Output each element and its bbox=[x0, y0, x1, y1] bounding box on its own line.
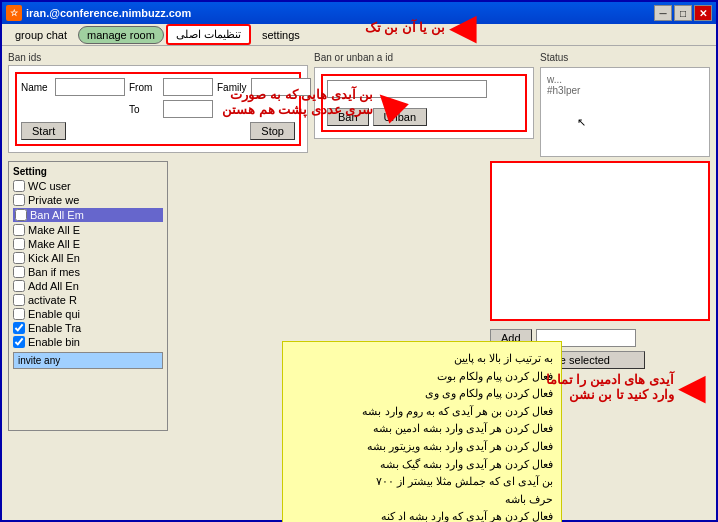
checkbox-private-we: Private we bbox=[13, 194, 163, 206]
status-value-2: #h3lper bbox=[547, 85, 703, 96]
checkbox-make-all-2-input[interactable] bbox=[13, 238, 25, 250]
sticky-line-4: فعال کردن هر آیدی وارد بشه ادمین بشه bbox=[291, 420, 553, 438]
annotation-ban-tik-text: بن یا آن بن تک bbox=[365, 20, 445, 35]
admin-list-box bbox=[490, 161, 710, 321]
name-label: Name bbox=[21, 82, 51, 93]
sticky-line-7: بن آیدی ای که جملش مثلا بیشتر از ۷۰۰ bbox=[291, 473, 553, 491]
checkbox-enable-qui-input[interactable] bbox=[13, 308, 25, 320]
from-label: From bbox=[129, 82, 159, 93]
checkbox-enable-bin-input[interactable] bbox=[13, 336, 25, 348]
checkbox-ban-if-mes-input[interactable] bbox=[13, 266, 25, 278]
checkbox-kick-all: Kick All En bbox=[13, 252, 163, 264]
checkbox-wc-user: WC user bbox=[13, 180, 163, 192]
checkbox-enable-qui-label: Enable qui bbox=[28, 308, 80, 320]
tab-group-chat[interactable]: group chat bbox=[6, 26, 76, 44]
checkbox-ban-if-mes: Ban if mes bbox=[13, 266, 163, 278]
start-stop-row: Start Stop bbox=[21, 122, 295, 140]
menubar: group chat manage room تنظیمات اصلی sett… bbox=[2, 24, 716, 46]
checkbox-enable-tra: Enable Tra bbox=[13, 322, 163, 334]
status-title: Status bbox=[540, 52, 710, 63]
status-col: Status w... #h3lper ↖ bbox=[540, 52, 710, 157]
cursor-icon: ↖ bbox=[577, 116, 587, 130]
main-window: ☆ iran.@conference.nimbuzz.com ─ □ ✕ gro… bbox=[0, 0, 718, 522]
checkbox-add-all-input[interactable] bbox=[13, 280, 25, 292]
sticky-line-5: فعال کردن هر آیدی وارد بشه ویزیتور بشه bbox=[291, 438, 553, 456]
name-input[interactable] bbox=[55, 78, 125, 96]
sticky-line-0: به ترتیب از بالا به پایین bbox=[291, 350, 553, 368]
checkbox-enable-qui: Enable qui bbox=[13, 308, 163, 320]
checkbox-private-we-label: Private we bbox=[28, 194, 79, 206]
checkbox-enable-tra-input[interactable] bbox=[13, 322, 25, 334]
checkbox-enable-tra-label: Enable Tra bbox=[28, 322, 81, 334]
titlebar: ☆ iran.@conference.nimbuzz.com ─ □ ✕ bbox=[2, 2, 716, 24]
checkbox-kick-all-input[interactable] bbox=[13, 252, 25, 264]
checkbox-enable-bin-label: Enable bin bbox=[28, 336, 80, 348]
start-button[interactable]: Start bbox=[21, 122, 66, 140]
titlebar-title: ☆ iran.@conference.nimbuzz.com bbox=[6, 5, 191, 21]
sticky-area: بن یا آن بن تک ◀ بن آیدی هایی که به صورت… bbox=[172, 161, 467, 431]
status-box: w... #h3lper ↖ bbox=[540, 67, 710, 157]
close-button[interactable]: ✕ bbox=[694, 5, 712, 21]
annotation-ban-tik: بن یا آن بن تک ◀ bbox=[365, 6, 477, 48]
checkbox-activate-r-input[interactable] bbox=[13, 294, 25, 306]
minimize-button[interactable]: ─ bbox=[654, 5, 672, 21]
checkbox-make-all-2-label: Make All E bbox=[28, 238, 80, 250]
checkbox-add-all-label: Add All En bbox=[28, 280, 79, 292]
checkbox-make-all-1-input[interactable] bbox=[13, 224, 25, 236]
window-title: iran.@conference.nimbuzz.com bbox=[26, 7, 191, 19]
stop-button[interactable]: Stop bbox=[250, 122, 295, 140]
checkbox-wc-user-input[interactable] bbox=[13, 180, 25, 192]
bottom-section: Setting WC user Private we Ban All Em Ma… bbox=[8, 161, 710, 431]
setting-box: Setting WC user Private we Ban All Em Ma… bbox=[8, 161, 168, 431]
status-value-1: w... bbox=[547, 74, 703, 85]
sticky-line-2: فعال کردن پیام ولکام وی وی bbox=[291, 385, 553, 403]
sticky-note: به ترتیب از بالا به پایین فعال کردن پیام… bbox=[282, 341, 562, 522]
checkbox-make-all-1: Make All E bbox=[13, 224, 163, 236]
checkbox-add-all: Add All En bbox=[13, 280, 163, 292]
arrow-left-1: ◀ bbox=[449, 6, 477, 48]
maximize-button[interactable]: □ bbox=[674, 5, 692, 21]
app-icon: ☆ bbox=[6, 5, 22, 21]
from-input[interactable] bbox=[163, 78, 213, 96]
sticky-line-8: حرف باشه bbox=[291, 491, 553, 509]
annotation-admin-text: آیدی های ادمین را تماما وارد کنید تا بن … bbox=[546, 372, 674, 402]
checkbox-ban-all-em-input[interactable] bbox=[15, 209, 27, 221]
checkbox-wc-user-label: WC user bbox=[28, 180, 71, 192]
checkbox-ban-if-mes-label: Ban if mes bbox=[28, 266, 80, 278]
ban-ids-title: Ban ids bbox=[8, 52, 308, 63]
tab-settings[interactable]: settings bbox=[253, 26, 309, 44]
invite-any-container: invite any bbox=[13, 352, 163, 369]
tab-manage-room[interactable]: manage room bbox=[78, 26, 164, 44]
annotation-admin: آیدی های ادمین را تماما وارد کنید تا بن … bbox=[546, 366, 706, 408]
window-controls: ─ □ ✕ bbox=[654, 5, 712, 21]
checkbox-make-all-1-label: Make All E bbox=[28, 224, 80, 236]
checkbox-activate-r-label: activate R bbox=[28, 294, 77, 306]
arrow-left-2: ◀ bbox=[678, 366, 706, 408]
main-content: Ban ids Name From Family bbox=[2, 46, 716, 435]
checkbox-kick-all-label: Kick All En bbox=[28, 252, 80, 264]
to-input[interactable] bbox=[163, 100, 213, 118]
sticky-line-1: فعال کردن پیام ولکام بوت bbox=[291, 368, 553, 386]
checkbox-enable-bin: Enable bin bbox=[13, 336, 163, 348]
checkbox-ban-all-em-label: Ban All Em bbox=[30, 209, 84, 221]
sticky-line-3: فعال کردن بن هر آیدی که به روم وارد بشه bbox=[291, 403, 553, 421]
checkbox-private-we-input[interactable] bbox=[13, 194, 25, 206]
checkbox-ban-all-em: Ban All Em bbox=[13, 208, 163, 222]
ban-unban-title: Ban or unban a id bbox=[314, 52, 534, 63]
setting-title: Setting bbox=[13, 166, 163, 177]
checkbox-activate-r: activate R bbox=[13, 294, 163, 306]
annotation-flood-text: بن آیدی هایی که به صورت سری عددی پشت هم … bbox=[222, 87, 373, 117]
sticky-line-6: فعال کردن هر آیدی وارد بشه گیک بشه bbox=[291, 456, 553, 474]
annotation-flood: بن آیدی هایی که به صورت سری عددی پشت هم … bbox=[222, 81, 405, 123]
invite-any-button[interactable]: invite any bbox=[13, 352, 163, 369]
checkbox-make-all-2: Make All E bbox=[13, 238, 163, 250]
sticky-line-9: فعال کردن هر آیدی که وارد بشه اد کنه bbox=[291, 508, 553, 522]
to-label: To bbox=[129, 104, 159, 115]
tab-tanzimaat[interactable]: تنظیمات اصلی bbox=[166, 24, 251, 45]
